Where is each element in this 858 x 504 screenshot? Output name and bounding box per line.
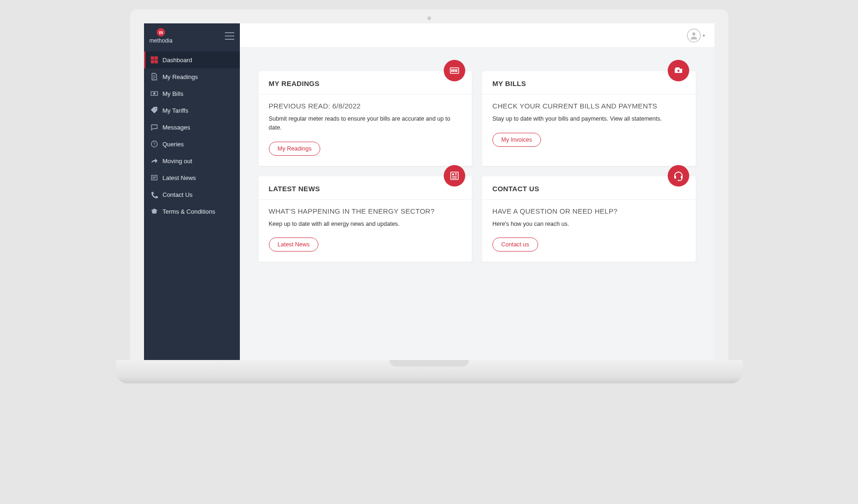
sidebar-item-terms[interactable]: Terms & Conditions	[144, 203, 240, 220]
money-icon	[151, 90, 158, 97]
svg-rect-12	[451, 69, 453, 72]
svg-point-18	[675, 67, 680, 69]
brand-name: methodia	[150, 37, 173, 44]
card-text: Stay up to date with your bills and paym…	[492, 115, 685, 123]
main: ▾ MY READINGS PREVIOUS READ: 6/8/2022 Su…	[240, 23, 714, 360]
svg-rect-20	[452, 173, 454, 175]
brand-logo-icon: m	[157, 28, 165, 36]
card-text: Keep up to date with all energy news and…	[269, 220, 462, 229]
tag-icon	[151, 107, 158, 114]
meter-icon	[444, 60, 465, 81]
sidebar-item-tariffs[interactable]: My Tariffs	[144, 102, 240, 119]
laptop-notch	[389, 360, 469, 367]
card-bills: MY BILLS CHECK YOUR CURRENT BILLS AND PA…	[482, 71, 696, 166]
sidebar: m methodia Dashboard	[144, 23, 240, 360]
card-subtitle: PREVIOUS READ: 6/8/2022	[269, 102, 462, 110]
sidebar-item-moving-out[interactable]: Moving out	[144, 152, 240, 169]
sidebar-item-label: My Readings	[163, 73, 198, 80]
dashboard-content: MY READINGS PREVIOUS READ: 6/8/2022 Subm…	[240, 48, 714, 360]
sidebar-item-label: Moving out	[163, 158, 193, 165]
my-readings-button[interactable]: My Readings	[269, 142, 321, 156]
svg-point-6	[155, 108, 156, 110]
svg-rect-13	[453, 69, 454, 72]
card-title: MY READINGS	[269, 79, 462, 87]
sidebar-item-queries[interactable]: ? Queries	[144, 136, 240, 152]
card-subtitle: CHECK YOUR CURRENT BILLS AND PAYMENTS	[492, 102, 685, 110]
card-title: CONTACT US	[492, 185, 685, 193]
sidebar-item-label: Messages	[163, 124, 190, 131]
svg-point-10	[692, 32, 695, 36]
document-icon	[151, 73, 158, 80]
brand[interactable]: m methodia	[150, 28, 173, 44]
topbar: ▾	[240, 23, 714, 48]
svg-rect-22	[681, 176, 683, 179]
sidebar-item-latest-news[interactable]: Latest News	[144, 169, 240, 186]
share-arrow-icon	[151, 157, 158, 165]
svg-point-23	[678, 180, 679, 181]
news-icon	[151, 174, 158, 181]
sidebar-item-bills[interactable]: My Bills	[144, 85, 240, 102]
card-text: Here's how you can reach us.	[492, 220, 685, 229]
headset-icon	[668, 165, 689, 187]
sidebar-item-dashboard[interactable]: Dashboard	[144, 51, 240, 68]
sidebar-item-label: Contact Us	[163, 191, 193, 198]
sidebar-item-label: My Tariffs	[163, 107, 188, 114]
contact-us-button[interactable]: Contact us	[492, 238, 538, 252]
help-icon: ?	[151, 140, 158, 148]
card-subtitle: HAVE A QUESTION OR NEED HELP?	[492, 207, 685, 215]
svg-rect-0	[151, 57, 154, 59]
app-screen: m methodia Dashboard	[144, 23, 714, 360]
user-menu-button[interactable]: ▾	[687, 29, 705, 43]
grid-icon	[151, 56, 158, 64]
sidebar-nav: Dashboard My Readings My Bills	[144, 51, 240, 220]
sidebar-item-label: Dashboard	[163, 57, 193, 64]
svg-rect-2	[151, 60, 154, 63]
my-invoices-button[interactable]: My Invoices	[492, 133, 541, 147]
sidebar-header: m methodia	[144, 23, 240, 51]
sidebar-item-label: Latest News	[163, 174, 196, 181]
latest-news-button[interactable]: Latest News	[269, 238, 319, 252]
card-title: LATEST NEWS	[269, 185, 462, 193]
chevron-down-icon: ▾	[703, 33, 705, 38]
sidebar-item-label: My Bills	[163, 90, 184, 97]
avatar-icon	[687, 29, 701, 43]
svg-point-17	[677, 70, 679, 72]
sidebar-item-contact-us[interactable]: Contact Us	[144, 186, 240, 203]
cash-icon	[668, 60, 689, 81]
phone-icon	[151, 191, 158, 198]
menu-toggle-button[interactable]	[225, 32, 234, 40]
svg-rect-21	[674, 176, 676, 179]
newspaper-icon	[444, 165, 465, 187]
card-subtitle: WHAT'S HAPPENING IN THE ENERGY SECTOR?	[269, 207, 462, 215]
chat-icon	[151, 123, 158, 131]
svg-rect-3	[155, 60, 158, 63]
sidebar-item-label: Terms & Conditions	[163, 208, 216, 215]
graduation-cap-icon	[151, 208, 158, 215]
card-text: Submit regular meter reads to ensure you…	[269, 115, 462, 132]
card-news: LATEST NEWS WHAT'S HAPPENING IN THE ENER…	[259, 176, 472, 262]
svg-point-5	[153, 93, 155, 94]
sidebar-item-messages[interactable]: Messages	[144, 119, 240, 136]
sidebar-item-readings[interactable]: My Readings	[144, 68, 240, 85]
svg-rect-1	[155, 57, 158, 59]
svg-rect-14	[454, 69, 456, 72]
card-contact: CONTACT US HAVE A QUESTION OR NEED HELP?…	[482, 176, 696, 262]
card-readings: MY READINGS PREVIOUS READ: 6/8/2022 Subm…	[259, 71, 472, 166]
laptop-frame: m methodia Dashboard	[130, 9, 728, 383]
card-title: MY BILLS	[492, 79, 685, 87]
laptop-base	[116, 360, 743, 383]
svg-text:?: ?	[153, 142, 155, 146]
laptop-camera-icon	[427, 16, 431, 20]
sidebar-item-label: Queries	[163, 141, 184, 148]
svg-rect-15	[456, 69, 458, 72]
